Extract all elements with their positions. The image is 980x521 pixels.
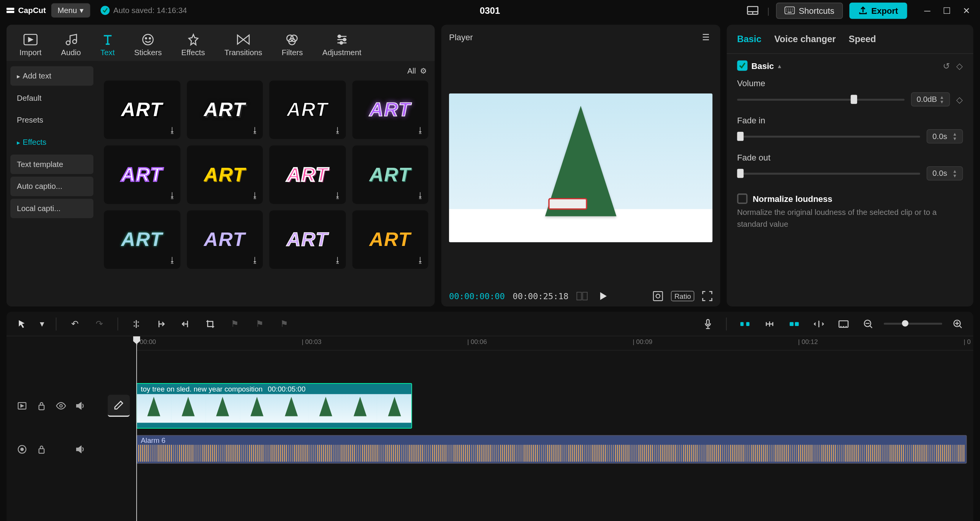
download-icon[interactable]: ⭳ (251, 256, 259, 265)
download-icon[interactable]: ⭳ (334, 126, 341, 135)
track-lock-icon[interactable] (35, 443, 48, 456)
undo-button[interactable]: ↶ (65, 315, 83, 333)
redo-button[interactable]: ↷ (90, 315, 108, 333)
marker-c-tool[interactable]: ⚑ (275, 315, 293, 333)
download-icon[interactable]: ⭳ (251, 126, 259, 135)
split-tool[interactable] (127, 315, 145, 333)
track-audio-icon[interactable] (16, 443, 29, 456)
normalize-row[interactable]: Normalize loudness (737, 193, 963, 204)
zoom-in-icon[interactable] (949, 315, 967, 333)
selection-tool[interactable] (13, 315, 31, 333)
stepper-icon[interactable]: ▲▼ (939, 95, 944, 104)
text-effect-tile[interactable]: ART⭳ (104, 210, 180, 269)
magnet-icon[interactable] (736, 315, 754, 333)
download-icon[interactable]: ⭳ (416, 191, 424, 200)
volume-slider[interactable] (737, 98, 905, 100)
stepper-icon[interactable]: ▲▼ (952, 169, 957, 178)
volume-value[interactable]: 0.0dB▲▼ (911, 92, 950, 106)
library-tab-transitions[interactable]: Transitions (218, 29, 269, 61)
player-viewport[interactable] (441, 50, 720, 286)
fullscreen-icon[interactable] (702, 291, 712, 301)
fadein-value[interactable]: 0.0s▲▼ (926, 129, 963, 143)
download-icon[interactable]: ⭳ (251, 191, 259, 200)
maximize-button[interactable]: ☐ (938, 2, 955, 19)
scale-icon[interactable] (653, 291, 663, 301)
text-effect-tile[interactable]: ART⭳ (269, 80, 345, 139)
trim-left-tool[interactable] (152, 315, 170, 333)
text-effect-tile[interactable]: ART⭳ (186, 210, 263, 269)
microphone-icon[interactable] (699, 315, 717, 333)
library-tab-stickers[interactable]: Stickers (127, 29, 168, 61)
sidebar-item-autocap[interactable]: Auto captio... (10, 177, 93, 196)
track-visibility-icon[interactable] (54, 399, 67, 412)
marker-a-tool[interactable]: ⚑ (226, 315, 244, 333)
sidebar-item-addtext[interactable]: ▸Add text (10, 66, 93, 86)
text-effect-tile[interactable]: ART⭳ (352, 210, 428, 269)
properties-tab-basic[interactable]: Basic (737, 31, 761, 47)
cover-icon[interactable] (835, 315, 853, 333)
keyframe-icon[interactable]: ◇ (956, 95, 963, 104)
library-tab-adjustment[interactable]: Adjustment (316, 29, 368, 61)
library-tab-import[interactable]: Import (13, 29, 48, 61)
zoom-out-icon[interactable] (859, 315, 877, 333)
text-effect-tile[interactable]: ART⭳ (269, 210, 345, 269)
sidebar-item-localcap[interactable]: Local capti... (10, 199, 93, 218)
reset-icon[interactable]: ↺ (943, 61, 950, 70)
fadein-slider[interactable] (737, 135, 920, 137)
text-effect-tile[interactable]: ART⭳ (352, 146, 428, 204)
sidebar-item-default[interactable]: Default (10, 88, 93, 108)
download-icon[interactable]: ⭳ (168, 256, 176, 265)
filter-icon[interactable]: ⚙ (420, 66, 427, 75)
preview-icon[interactable] (810, 315, 828, 333)
text-effect-tile[interactable]: ART⭳ (186, 80, 263, 139)
download-icon[interactable]: ⭳ (334, 191, 341, 200)
text-effect-tile[interactable]: ART⭳ (269, 146, 345, 204)
playhead[interactable] (136, 336, 137, 521)
fadeout-slider[interactable] (737, 172, 920, 174)
basic-section-header[interactable]: Basic ▴ ↺ ◇ (737, 61, 963, 71)
track-mute-icon[interactable] (74, 443, 87, 456)
layout-icon[interactable] (744, 3, 761, 17)
menu-button[interactable]: Menu ▾ (51, 3, 90, 17)
trim-right-tool[interactable] (176, 315, 194, 333)
library-tab-text[interactable]: Text (94, 29, 121, 61)
filter-all-button[interactable]: All (407, 66, 416, 75)
zoom-slider[interactable] (884, 323, 942, 324)
text-effect-tile[interactable]: ART⭳ (104, 146, 180, 204)
export-button[interactable]: Export (849, 2, 907, 18)
track-mute-icon[interactable] (74, 399, 87, 412)
minimize-button[interactable]: ─ (919, 2, 936, 19)
audio-clip[interactable]: Alarm 6 (136, 435, 967, 464)
download-icon[interactable]: ⭳ (168, 126, 176, 135)
timeline-ruler[interactable]: | 00:00| 00:03| 00:06| 00:09| 00:12| 0 (136, 336, 973, 351)
track-edit-icon[interactable] (108, 395, 130, 417)
library-tab-effects[interactable]: Effects (175, 29, 212, 61)
shortcuts-button[interactable]: Shortcuts (776, 2, 843, 18)
video-clip[interactable]: toy tree on sled. new year composition 0… (136, 383, 412, 429)
library-tab-audio[interactable]: Audio (54, 29, 87, 61)
sidebar-item-effects[interactable]: ▸Effects (10, 133, 93, 152)
text-effect-tile[interactable]: ART⭳ (186, 146, 263, 204)
link-icon[interactable] (761, 315, 779, 333)
properties-tab-voice[interactable]: Voice changer (774, 31, 836, 47)
text-effect-tile[interactable]: ART⭳ (104, 80, 180, 139)
snap-icon[interactable] (785, 315, 803, 333)
sidebar-item-template[interactable]: Text template (10, 154, 93, 174)
selection-dropdown[interactable]: ▾ (38, 315, 47, 333)
track-lock-icon[interactable] (35, 399, 48, 412)
compare-icon[interactable] (576, 292, 588, 301)
library-tab-filters[interactable]: Filters (275, 29, 309, 61)
properties-tab-speed[interactable]: Speed (849, 31, 876, 47)
crop-tool[interactable] (201, 315, 219, 333)
keyframe-icon[interactable]: ◇ (956, 61, 963, 70)
download-icon[interactable]: ⭳ (168, 191, 176, 200)
download-icon[interactable]: ⭳ (416, 126, 424, 135)
player-menu-icon[interactable]: ☰ (699, 30, 712, 45)
checkbox-empty-icon[interactable] (737, 193, 748, 204)
download-icon[interactable]: ⭳ (334, 256, 341, 265)
section-checkbox-icon[interactable] (737, 61, 748, 71)
text-effect-tile[interactable]: ART⭳ (352, 80, 428, 139)
download-icon[interactable]: ⭳ (416, 256, 424, 265)
fadeout-value[interactable]: 0.0s▲▼ (926, 166, 963, 180)
stepper-icon[interactable]: ▲▼ (952, 132, 957, 141)
